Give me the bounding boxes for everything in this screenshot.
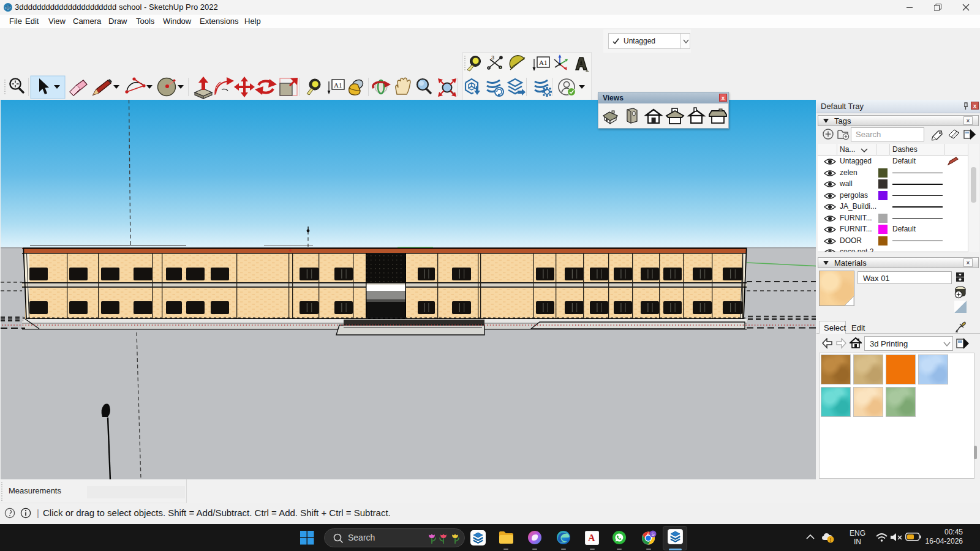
svg-text:A: A bbox=[588, 533, 595, 543]
svg-text:3: 3 bbox=[491, 54, 494, 61]
svg-text:!: ! bbox=[829, 537, 831, 543]
svg-text:A1: A1 bbox=[539, 59, 547, 66]
svg-text:S: S bbox=[652, 531, 655, 537]
svg-text:A1: A1 bbox=[334, 81, 342, 89]
